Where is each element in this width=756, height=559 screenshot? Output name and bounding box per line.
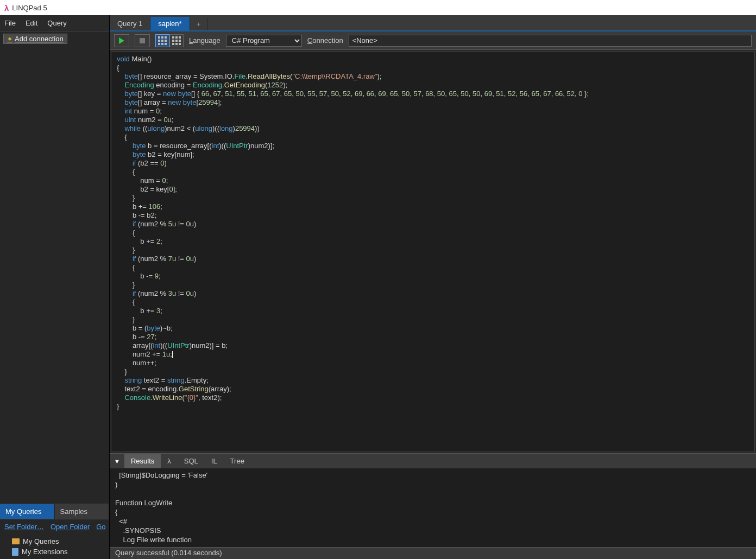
app-logo-icon: λ	[4, 3, 9, 12]
grid-view-icon	[172, 36, 181, 45]
result-tabs: ▼ Results λ SQL IL Tree	[110, 453, 756, 468]
add-connection-button[interactable]: ✶ Add connection	[3, 34, 67, 44]
menu-edit[interactable]: Edit	[26, 19, 37, 27]
link-set-folder[interactable]: Set Folder…	[4, 523, 44, 531]
menu-bar: File Edit Query	[0, 15, 109, 31]
left-panel: File Edit Query ✶ Add connection My Quer…	[0, 15, 110, 559]
app-title: LINQPad 5	[12, 4, 47, 12]
restab-results[interactable]: Results	[124, 454, 161, 468]
text-caret	[172, 351, 173, 358]
title-bar: λ LINQPad 5	[0, 0, 756, 15]
doc-tab-sapien[interactable]: sapien*	[150, 17, 190, 30]
menu-query[interactable]: Query	[47, 19, 66, 27]
view-rich-button[interactable]	[155, 34, 169, 47]
tab-my-queries[interactable]: My Queries	[0, 504, 55, 519]
side-tabs: My Queries Samples	[0, 504, 109, 519]
restab-sql[interactable]: SQL	[178, 454, 205, 468]
language-label: LLanguageanguage	[189, 36, 220, 45]
collapse-results-icon[interactable]: ▼	[110, 458, 124, 465]
restab-tree[interactable]: Tree	[224, 454, 251, 468]
document-tabs: Query 1 sapien* +	[110, 15, 756, 31]
view-grid-button[interactable]	[169, 34, 184, 47]
tree-label: My Extensions	[22, 548, 68, 556]
link-open-folder[interactable]: Open Folder	[51, 523, 90, 531]
rich-view-icon	[158, 36, 167, 45]
tree-label: My Queries	[23, 537, 59, 545]
doc-tab-new[interactable]: +	[190, 18, 208, 30]
view-toggle	[155, 34, 184, 47]
link-go[interactable]: Go	[96, 523, 105, 531]
file-icon	[12, 548, 18, 556]
menu-file[interactable]: File	[4, 19, 16, 27]
tree-item-my-queries[interactable]: My Queries	[4, 536, 105, 547]
code-editor[interactable]: void Main() { byte[] resource_array = Sy…	[111, 51, 755, 452]
connections-panel: ✶ Add connection	[0, 31, 109, 504]
results-panel[interactable]: [String]$DoLogging = 'False' ) Function …	[110, 468, 756, 547]
connection-value: <None>	[352, 36, 377, 45]
tree-item-my-extensions[interactable]: My Extensions	[4, 547, 105, 557]
restab-lambda[interactable]: λ	[161, 454, 178, 468]
run-button[interactable]	[114, 34, 129, 47]
side-links: Set Folder… Open Folder Go	[0, 519, 109, 534]
queries-tree: My Queries My Extensions	[0, 534, 109, 559]
add-connection-label: Add connection	[15, 35, 64, 43]
stop-icon	[140, 38, 145, 43]
language-select[interactable]: C# Program	[226, 35, 302, 47]
connection-label: CConnectiononnection	[307, 36, 343, 45]
right-panel: Query 1 sapien* + LLanguageanguage C# Pr…	[110, 15, 756, 559]
stop-button[interactable]	[135, 34, 150, 47]
star-icon: ✶	[7, 35, 12, 43]
connection-select[interactable]: <None>	[349, 35, 752, 47]
restab-il[interactable]: IL	[205, 454, 224, 468]
folder-icon	[12, 538, 20, 544]
status-text: Query successful (0.014 seconds)	[115, 549, 222, 557]
tab-samples[interactable]: Samples	[55, 504, 110, 519]
status-bar: Query successful (0.014 seconds)	[110, 547, 756, 559]
toolbar: LLanguageanguage C# Program CConnectiono…	[110, 31, 756, 50]
doc-tab-query1[interactable]: Query 1	[110, 17, 150, 30]
